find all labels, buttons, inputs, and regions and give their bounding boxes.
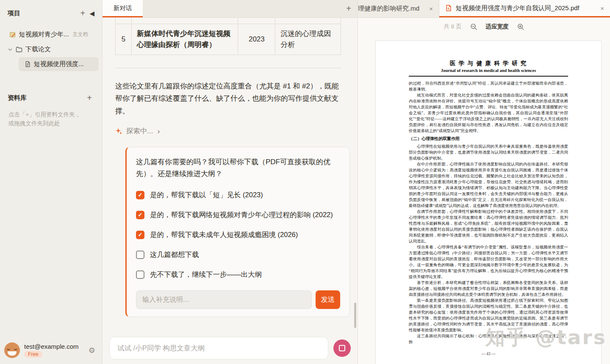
pdf-body-text: 的过程，符合玛西亚所述“早闭型认同”特征，其认同承诺建立于外部灌输而非内部省思，… (409, 80, 568, 345)
status-label: 探索中... (126, 127, 153, 136)
avatar-eye (7, 348, 10, 350)
table-cell-title: 新媒体时代青少年沉迷短视频心理缘由探析（周明睿） (131, 24, 238, 55)
card-question: 这几篇有你需要的吗？我可以帮你下载（PDF可直接获取的优先）。还是继续推进大纲？ (136, 156, 339, 180)
option-label: 这几篇都想下载 (150, 250, 199, 259)
project-sidebar: 项目 + ◀ 短视频对青少年... 主文档 下载论文 (0, 0, 103, 364)
tab-pdf-document[interactable]: 短视频使用强度与青少年自我认同_2025.pdf × (439, 0, 610, 17)
option-label: 是的，帮我下载未成年人短视频成瘾困境 (2026) (150, 230, 298, 240)
card-input-row: 发送 (136, 290, 340, 309)
close-tab-icon[interactable]: × (426, 5, 433, 12)
stop-icon (339, 345, 345, 351)
pdf-file-icon (445, 5, 452, 11)
watermark: 知乎 @tars (485, 324, 607, 351)
pdf-paragraph: 心理弹性在短视频使用与青少年自我认同的关系中兼具双重角色，既是传递使用强度部分负… (409, 143, 568, 161)
table-cell-year: 2023 (238, 24, 275, 55)
sidebar-item-folder-doc[interactable]: 短视频使用强度... (19, 57, 99, 71)
fit-width-button[interactable]: 适应宽度 (486, 23, 509, 30)
avatar-eye (14, 348, 17, 350)
assistant-message: 这些论文里有几篇跟你的综述定位高度重合（尤其是 #1 和 #2），既能帮你了解已… (115, 80, 344, 117)
pdf-page-number: — 43 — (409, 352, 568, 356)
pdf-page: 医 学 与 健 康 科 学 研 究 Journal of research in… (375, 41, 602, 364)
add-project-button[interactable]: + (78, 8, 88, 18)
option-row[interactable]: 先不下载了，继续下一步——出大纲 (136, 270, 340, 279)
library-hint-line1: 点击「+」引用资料文件夹， (8, 110, 94, 119)
table-cell-note: 沉迷的心理成因分析 (275, 24, 341, 55)
zoom-in-icon[interactable] (517, 23, 524, 30)
option-row[interactable]: ✓ 是的，帮我下载以「短」见长 (2023) (136, 190, 340, 200)
account-info: test@example.com Free (24, 343, 84, 358)
reference-table: 5 新媒体时代青少年沉迷短视频心理缘由探析（周明睿） 2023 沉迷的心理成因分… (115, 18, 341, 55)
file-icon (25, 61, 31, 67)
composer-input[interactable] (109, 337, 328, 359)
sparkle-icon (115, 127, 123, 135)
new-tab-button[interactable]: + (340, 0, 358, 17)
table-row-clipped (116, 18, 341, 24)
tab-new-conversation[interactable]: 新对话 (103, 0, 143, 17)
option-row[interactable]: ✓ 是的，帮我下载未成年人短视频成瘾困境 (2026) (136, 230, 340, 240)
note-pencil-icon (9, 31, 16, 38)
stop-button[interactable] (333, 339, 351, 357)
gear-icon[interactable]: ⚙ (89, 346, 97, 355)
journal-title-cn: 医 学 与 健 康 科 学 研 究 (409, 60, 568, 67)
pdf-paragraph: 在中介作用层面，心理弹性揭示了使用强度影响自我认同的内在传递路径。本研究假设的核… (409, 161, 568, 209)
option-label: 先不下载了，继续下一步——出大纲 (150, 270, 262, 279)
send-button[interactable]: 发送 (316, 290, 340, 309)
sidebar-item-folder[interactable]: 下载论文 (3, 42, 99, 56)
expand-chevron-icon[interactable]: › (157, 127, 160, 135)
tab-label: 理健康的影响研究.md (358, 5, 419, 13)
option-label: 是的，帮我下载网络短视频对青少年心理过程的影响 (2022) (150, 210, 333, 220)
download-question-card: 这几篇有你需要的吗？我可以帮你下载（PDF可直接获取的优先）。还是继续推进大纲？… (125, 147, 350, 317)
account-email: test@example.com (24, 343, 84, 350)
composer-bar (103, 332, 358, 364)
checkbox-icon[interactable] (136, 270, 144, 279)
table-row: 5 新媒体时代青少年沉迷短视频心理缘由探析（周明睿） 2023 沉迷的心理成因分… (116, 24, 341, 55)
option-row[interactable]: 这几篇都想下载 (136, 250, 340, 259)
avatar-mouth (8, 351, 17, 356)
app-window: 项目 + ◀ 短视频对青少年... 主文档 下载论文 (0, 0, 610, 364)
page-count: 共 8 页 (444, 23, 461, 30)
chat-message-area[interactable]: 5 新媒体时代青少年沉迷短视频心理缘由探析（周明睿） 2023 沉迷的心理成因分… (103, 18, 358, 332)
zoom-out-icon[interactable] (470, 23, 477, 30)
plan-badge: Free (24, 351, 42, 358)
journal-title-en: Journal of research in medical and healt… (409, 68, 568, 73)
checkbox-icon[interactable]: ✓ (136, 231, 144, 239)
option-label: 是的，帮我下载以「短」见长 (2023) (150, 190, 263, 200)
tab-md-document[interactable]: 理健康的影响研究.md × (358, 0, 439, 17)
pdf-paragraph: 综合来看，心理弹性具备“有调节的中介变量”属性。该模型显示，短视频使用强度一方面… (409, 244, 568, 280)
collapse-sidebar-icon[interactable]: ◀ (89, 10, 94, 17)
close-tab-icon[interactable]: × (597, 5, 604, 12)
pdf-paragraph: 基于前述分析，本研究构建了整合性理论框架，系统阐释各变量间的复杂关系。该框架的核… (409, 280, 568, 298)
document-viewer-panel: 理健康的影响研究.md × 短视频使用强度与青少年自我认同_2025.pdf ×… (358, 0, 610, 364)
pdf-toolbar: 共 8 页 适应宽度 (358, 18, 610, 36)
library-title: 资料库 (8, 94, 84, 102)
account-section: test@example.com Free ⚙ (0, 337, 102, 364)
tab-label: 短视频使用强度与青少年自我认同_2025.pdf (456, 4, 580, 12)
status-row[interactable]: 探索中... › (115, 127, 341, 136)
folder-label: 下载论文 (25, 45, 51, 53)
chat-tabbar: 新对话 + (103, 0, 358, 18)
chevron-down-icon (8, 47, 13, 52)
folder-doc-label: 短视频使用强度... (34, 60, 84, 68)
pdf-scroll-area[interactable]: 医 学 与 健 康 科 学 研 究 Journal of research in… (358, 36, 610, 364)
sidebar-item-main-doc[interactable]: 短视频对青少年... 主文档 (3, 28, 99, 41)
folder-icon (16, 46, 22, 53)
journal-rule (409, 76, 568, 77)
main-doc-label: 短视频对青少年... (19, 30, 69, 39)
pdf-section-heading: （二）心理弹性的双重作用 (409, 136, 568, 142)
viewer-tabbar: 理健康的影响研究.md × 短视频使用强度与青少年自我认同_2025.pdf × (358, 0, 610, 18)
projects-title: 项目 (8, 9, 78, 17)
checkbox-icon[interactable]: ✓ (136, 211, 144, 219)
chat-panel: 新对话 + 5 新媒体时代青少年沉迷短视频心理缘由探析（周明睿） 2023 沉迷… (103, 0, 358, 364)
pdf-paragraph: 就互动模式而言，对量化社交反馈的过度依赖会扭曲自我认同的建构基础，使其脱离内在标… (409, 92, 568, 134)
supplement-input[interactable] (136, 290, 312, 309)
add-library-button[interactable]: + (84, 93, 94, 103)
pdf-paragraph: 的过程，符合玛西亚所述“早闭型认同”特征，其认同承诺建立于外部灌输而非内部省思，… (409, 80, 568, 92)
option-row[interactable]: ✓ 是的，帮我下载网络短视频对青少年心理过程的影响 (2022) (136, 210, 340, 220)
tabbar-spacer (143, 0, 340, 17)
chat-scrollbar[interactable] (354, 303, 356, 328)
checkbox-icon[interactable] (136, 251, 144, 259)
library-hint-line2: 或拖拽文件夹到此处 (8, 119, 94, 128)
checkbox-icon[interactable]: ✓ (136, 191, 144, 199)
avatar[interactable] (4, 342, 20, 358)
projects-header: 项目 + ◀ (0, 0, 102, 22)
